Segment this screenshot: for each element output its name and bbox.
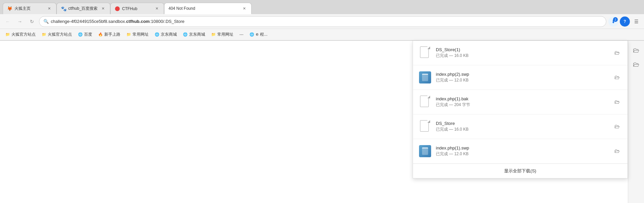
dl-file-icon-2 xyxy=(418,69,432,86)
bookmarks-bar: 📁 火狐官方站点 📁 火狐官方站点 🌐 百度 🔥 新手上路 📁 常用网址 🌐 京… xyxy=(0,29,644,40)
dl-name-4: DS_Store xyxy=(436,121,608,126)
bookmark-label-9: ⋯ xyxy=(239,32,243,37)
bookmark-globe-icon-6: 🌐 xyxy=(155,32,159,37)
tab-close-1[interactable]: ✕ xyxy=(46,6,52,12)
dl-file-icon-3 xyxy=(418,94,432,110)
toolbar-right: ⬇ 2 ? ☰ xyxy=(608,16,641,27)
back-button[interactable]: ← xyxy=(3,16,13,27)
bookmark-jd-1[interactable]: 🌐 京东商城 xyxy=(152,31,180,38)
download-button[interactable]: ⬇ 2 xyxy=(608,16,618,27)
ctfhub-favicon xyxy=(115,6,120,11)
tab-bar: 🦊 火狐主页 ✕ 🐾 ctfhub_百度搜索 ✕ CTFHub ✕ 404 No… xyxy=(0,0,644,14)
download-item-4: DS_Store 已完成 — 16.0 KB 🗁 xyxy=(413,114,628,139)
bookmark-label-1: 火狐官方站点 xyxy=(11,32,36,37)
bookmark-label-8: 常用网址 xyxy=(217,32,233,37)
tab-firefox-home[interactable]: 🦊 火狐主页 ✕ xyxy=(3,3,56,14)
dl-status-1: 已完成 — 16.0 KB xyxy=(436,53,608,59)
download-panel: DS_Store(1) 已完成 — 16.0 KB 🗁 index.php(2)… xyxy=(413,41,628,178)
tab-label-3: CTFHub xyxy=(122,6,152,11)
dl-status-5: 已完成 — 12.0 KB xyxy=(436,151,608,157)
bookmark-label-7: 京东商城 xyxy=(189,32,205,37)
bookmark-folder-icon-8: 📁 xyxy=(211,32,216,37)
bookmark-beginner[interactable]: 🔥 新手上路 xyxy=(96,31,123,38)
forward-button[interactable]: → xyxy=(15,16,25,27)
dl-action-1[interactable]: 🗁 xyxy=(612,48,622,58)
tab-label-4: 404 Not Found xyxy=(168,6,239,11)
dl-file-icon-1 xyxy=(418,45,432,61)
sidebar-folder-icon-1[interactable]: 🗁 xyxy=(630,44,642,56)
address-bar[interactable]: 🔍 challenge-4f02449155ce5bf8.sandbox.ctf… xyxy=(39,16,606,27)
dl-file-icon-5 xyxy=(418,143,432,159)
dl-info-2: index.php(2).swp 已完成 — 12.0 KB xyxy=(436,72,608,83)
bookmark-label-6: 京东商城 xyxy=(161,32,177,37)
bookmark-label-3: 百度 xyxy=(84,32,92,37)
address-suffix: :10800/.DS_Store xyxy=(150,19,184,24)
address-prefix: challenge-4f02449155ce5bf8.sandbox. xyxy=(51,19,126,24)
tab-baidu-search[interactable]: 🐾 ctfhub_百度搜索 ✕ xyxy=(56,3,110,14)
address-domain: ctfhub.com xyxy=(126,19,150,24)
tab-404[interactable]: 404 Not Found ✕ xyxy=(164,3,252,14)
dl-info-3: index.php(1).bak 已完成 — 204 字节 xyxy=(436,96,608,108)
bookmark-common-2[interactable]: 📁 常用网址 xyxy=(209,31,236,38)
dl-file-icon-4 xyxy=(418,119,432,135)
dl-action-4[interactable]: 🗁 xyxy=(612,122,622,132)
tab-close-3[interactable]: ✕ xyxy=(154,6,160,12)
bookmark-jd-2[interactable]: 🌐 京东商城 xyxy=(180,31,208,38)
profile-button[interactable]: ? xyxy=(620,16,630,27)
dl-status-4: 已完成 — 16.0 KB xyxy=(436,127,608,132)
sidebar-folder-icon-2[interactable]: 🗁 xyxy=(630,58,642,70)
bookmark-program[interactable]: 🌐 ⊕ 程... xyxy=(247,31,270,38)
dl-info-4: DS_Store 已完成 — 16.0 KB xyxy=(436,121,608,132)
dl-info-1: DS_Store(1) 已完成 — 16.0 KB xyxy=(436,47,608,59)
tab-label-1: 火狐主页 xyxy=(14,6,44,11)
sidebar-icons: 🗁 🗁 xyxy=(628,41,644,203)
dl-action-5[interactable]: 🗁 xyxy=(612,146,622,156)
tab-ctfhub[interactable]: CTFHub ✕ xyxy=(110,3,164,14)
bookmark-firefox-1[interactable]: 📁 火狐官方站点 xyxy=(3,31,38,38)
bookmark-globe-icon-7: 🌐 xyxy=(183,32,188,37)
download-badge: 2 xyxy=(613,17,618,22)
dl-name-1: DS_Store(1) xyxy=(436,47,608,52)
main-content: 🗁 🗁 DS_Store(1) 已完成 — 16.0 KB 🗁 xyxy=(0,41,644,203)
bookmark-folder-icon-5: 📁 xyxy=(126,32,131,37)
baidu-favicon: 🐾 xyxy=(61,6,66,11)
dl-status-2: 已完成 — 12.0 KB xyxy=(436,77,608,83)
tab-label-2: ctfhub_百度搜索 xyxy=(68,6,98,11)
tab-close-2[interactable]: ✕ xyxy=(100,6,106,12)
bookmark-label-10: ⊕ 程... xyxy=(256,32,267,37)
bookmark-label-2: 火狐官方站点 xyxy=(48,32,72,37)
dl-name-3: index.php(1).bak xyxy=(436,96,608,101)
bookmark-globe-icon-3: 🌐 xyxy=(78,32,83,37)
bookmark-globe-icon-10: 🌐 xyxy=(250,32,254,37)
address-text: challenge-4f02449155ce5bf8.sandbox.ctfhu… xyxy=(51,19,602,24)
dl-status-3: 已完成 — 204 字节 xyxy=(436,102,608,108)
show-all-downloads-button[interactable]: 显示全部下载(S) xyxy=(413,164,628,178)
download-item-1: DS_Store(1) 已完成 — 16.0 KB 🗁 xyxy=(413,41,628,65)
bookmark-more[interactable]: ⋯ xyxy=(237,32,246,38)
reload-button[interactable]: ↻ xyxy=(27,16,37,27)
menu-button[interactable]: ☰ xyxy=(631,16,641,27)
search-icon: 🔍 xyxy=(43,19,49,24)
bookmark-common-1[interactable]: 📁 常用网址 xyxy=(124,31,151,38)
bookmark-firefox-2[interactable]: 📁 火狐官方站点 xyxy=(39,31,75,38)
download-item-2: index.php(2).swp 已完成 — 12.0 KB 🗁 xyxy=(413,65,628,90)
bookmark-folder-icon-1: 📁 xyxy=(5,32,10,37)
bookmark-baidu[interactable]: 🌐 百度 xyxy=(75,31,95,38)
download-item-3: index.php(1).bak 已完成 — 204 字节 🗁 xyxy=(413,90,628,114)
toolbar: ← → ↻ 🔍 challenge-4f02449155ce5bf8.sandb… xyxy=(0,14,644,29)
bookmark-label-5: 常用网址 xyxy=(132,32,149,37)
bookmark-folder-icon-2: 📁 xyxy=(42,32,46,37)
firefox-favicon: 🦊 xyxy=(7,6,12,11)
dl-action-2[interactable]: 🗁 xyxy=(612,72,622,82)
bookmark-label-4: 新手上路 xyxy=(104,32,120,37)
download-item-5: index.php(1).swp 已完成 — 12.0 KB 🗁 xyxy=(413,139,628,164)
dl-name-2: index.php(2).swp xyxy=(436,72,608,77)
bookmark-fire-icon: 🔥 xyxy=(98,32,103,37)
dl-info-5: index.php(1).swp 已完成 — 12.0 KB xyxy=(436,145,608,157)
tab-close-4[interactable]: ✕ xyxy=(241,5,247,11)
dl-name-5: index.php(1).swp xyxy=(436,145,608,150)
dl-action-3[interactable]: 🗁 xyxy=(612,97,622,107)
